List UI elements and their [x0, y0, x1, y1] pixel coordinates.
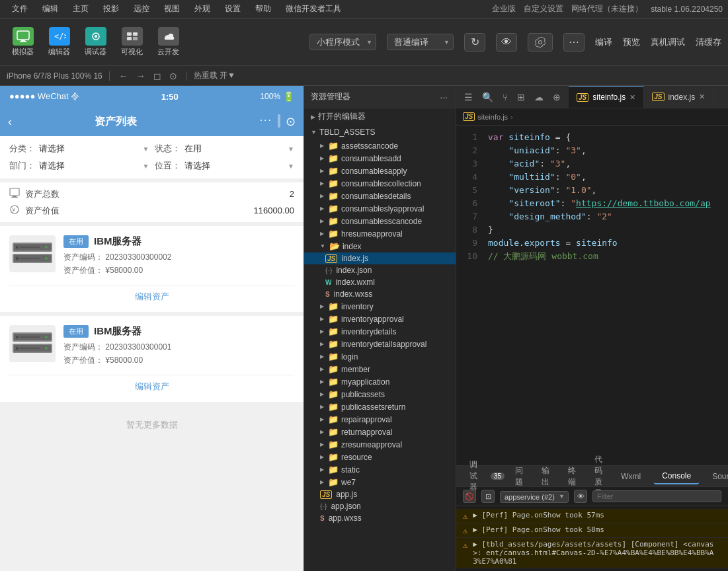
menu-settings[interactable]: 设置: [218, 2, 247, 16]
folder-consumablesadd[interactable]: ▶ 📁 consumablesadd: [304, 152, 456, 165]
compile-mode-wrapper[interactable]: 小程序模式 插件模式: [309, 34, 376, 50]
real-device-debug-label[interactable]: 真机调试: [651, 36, 685, 48]
folder-index[interactable]: ▼ 📂 index: [304, 240, 456, 252]
debug-subtab-wxml[interactable]: Wxml: [613, 469, 649, 484]
folder-consumableslyapproval[interactable]: ▶ 📁 consumableslyapproval: [304, 202, 456, 215]
build-mode-select[interactable]: 普通编译 自定义编译: [387, 34, 454, 50]
menu-edit[interactable]: 编辑: [36, 2, 65, 16]
menu-file[interactable]: 文件: [5, 2, 34, 16]
folder-consumablesapply[interactable]: ▶ 📁 consumablesapply: [304, 165, 456, 177]
clear-cache-label[interactable]: 清缓存: [696, 36, 721, 48]
folder-login[interactable]: ▶ 📁 login: [304, 350, 456, 363]
stop-btn[interactable]: ◻: [151, 69, 164, 83]
folder-assetsscancode[interactable]: ▶ 📁 assetsscancode: [304, 139, 456, 152]
menu-project[interactable]: 投影: [97, 2, 126, 16]
simulator-button[interactable]: 模拟器: [7, 24, 39, 59]
location-filter[interactable]: 位置： 请选择 ▼: [155, 160, 295, 172]
tab-siteinfo-close-button[interactable]: ✕: [629, 93, 635, 102]
more-tools-button[interactable]: ⋯: [563, 33, 585, 52]
menu-appearance[interactable]: 外观: [188, 2, 217, 16]
tab-index-close-button[interactable]: ✕: [699, 93, 705, 101]
console-filter-input[interactable]: [592, 490, 721, 502]
layout-icon[interactable]: ⊞: [514, 91, 528, 104]
folder-static[interactable]: ▶ 📁 static: [304, 463, 456, 476]
folder-hresumeapproval[interactable]: ▶ 📁 hresumeapproval: [304, 227, 456, 240]
console-eye-button[interactable]: 👁: [574, 490, 587, 503]
console-clear-button[interactable]: 🚫: [463, 490, 476, 503]
preview-label[interactable]: 预览: [623, 36, 640, 48]
folder-resource[interactable]: ▶ 📁 resource: [304, 451, 456, 463]
appservice-select-wrapper[interactable]: appservice (#2): [500, 490, 569, 503]
phone-more-button[interactable]: ···: [260, 114, 272, 129]
folder-returnapproval[interactable]: ▶ 📁 returnapproval: [304, 426, 456, 438]
person-icon[interactable]: ⊕: [550, 91, 563, 104]
phone-qr-button[interactable]: ⊙: [286, 114, 296, 129]
asset-1-edit-button[interactable]: 编辑资产: [9, 285, 294, 303]
hot-reload-toggle[interactable]: 热重载 开▼: [194, 70, 235, 81]
console-text-1: ▶ [Perf] Page.onShow took 57ms: [473, 511, 604, 519]
debug-tab-output[interactable]: 输出: [534, 463, 557, 490]
file-app-json[interactable]: {·} app.json: [304, 500, 456, 512]
debug-subtab-sources[interactable]: Sources: [704, 469, 728, 484]
cloud-button[interactable]: 云开发: [152, 24, 184, 59]
record-btn[interactable]: ⊙: [167, 69, 180, 83]
editor-button[interactable]: </> 编辑器: [43, 24, 75, 59]
console-toggle-button[interactable]: ⊡: [481, 490, 495, 503]
code-content[interactable]: var siteinfo = { "uniacid": "3", "acid":…: [483, 126, 728, 465]
build-mode-wrapper[interactable]: 普通编译 自定义编译: [387, 34, 454, 50]
file-index-wxss[interactable]: S index.wxss: [304, 288, 456, 300]
open-editors-section[interactable]: ▶ 打开的编辑器: [304, 108, 456, 125]
file-index-json[interactable]: {·} index.json: [304, 264, 456, 276]
debug-subtab-console[interactable]: Console: [654, 469, 699, 484]
file-index-js[interactable]: JS index.js: [304, 252, 456, 264]
menu-wechat-devtools[interactable]: 微信开发者工具: [279, 2, 348, 16]
folder-publicassetsreturn[interactable]: ▶ 📁 publicassetsreturn: [304, 400, 456, 413]
asset-2-edit-button[interactable]: 编辑资产: [9, 375, 294, 393]
refresh-button[interactable]: ↻: [464, 33, 485, 52]
appservice-select[interactable]: appservice (#2): [500, 491, 569, 503]
root-folder-section[interactable]: ▼ TBLD_ASSETS: [304, 125, 456, 139]
folder-consumablesdetails[interactable]: ▶ 📁 consumablesdetails: [304, 190, 456, 202]
visual-button[interactable]: 可视化: [116, 24, 148, 59]
folder-inventorydetailsapproval[interactable]: ▶ 📁 inventorydetailsapproval: [304, 338, 456, 350]
cloud-editor-icon[interactable]: ☁: [532, 91, 546, 104]
dept-filter[interactable]: 部门： 请选择 ▼: [9, 160, 149, 172]
folder-member[interactable]: ▶ 📁 member: [304, 363, 456, 375]
folder-myapplication[interactable]: ▶ 📁 myapplication: [304, 375, 456, 388]
menu-remote[interactable]: 远控: [127, 2, 156, 16]
nav-back-btn[interactable]: ←: [116, 69, 131, 83]
git-icon[interactable]: ⑂: [500, 91, 510, 104]
compile-mode-select[interactable]: 小程序模式 插件模式: [309, 34, 376, 50]
folder-zresumeapproval[interactable]: ▶ 📁 zresumeapproval: [304, 438, 456, 451]
folder-consumablesscancode[interactable]: ▶ 📁 consumablesscancode: [304, 215, 456, 227]
folder-consumablescollection[interactable]: ▶ 📁 consumablescollection: [304, 177, 456, 190]
explorer-more-button[interactable]: ···: [438, 91, 449, 104]
folder-inventory[interactable]: ▶ 📁 inventory: [304, 300, 456, 313]
preview-icon-button[interactable]: 👁: [496, 33, 517, 52]
file-index-wxml[interactable]: W index.wxml: [304, 276, 456, 288]
folder-inventorydetails[interactable]: ▶ 📁 inventorydetails: [304, 325, 456, 338]
compile-label[interactable]: 编译: [595, 36, 612, 48]
search-editor-icon[interactable]: 🔍: [479, 91, 496, 104]
code-lines-area[interactable]: 1 2 3 4 5 6 7 8 9 10 var siteinfo = { "u…: [456, 126, 728, 465]
file-app-wxss[interactable]: S app.wxss: [304, 512, 456, 524]
folder-we7[interactable]: ▶ 📁 we7: [304, 476, 456, 488]
category-filter[interactable]: 分类： 请选择 ▼: [9, 143, 149, 155]
debug-tab-terminal[interactable]: 终端: [560, 463, 584, 490]
menu-help[interactable]: 帮助: [249, 2, 278, 16]
menu-home[interactable]: 主页: [66, 2, 95, 16]
folder-inventoryapproval[interactable]: ▶ 📁 inventoryapproval: [304, 313, 456, 325]
settings-button[interactable]: [528, 33, 553, 52]
outline-icon[interactable]: ☰: [462, 91, 475, 104]
debug-tab-problems[interactable]: 问题: [507, 463, 531, 490]
more-icon[interactable]: ⋯: [563, 33, 585, 52]
folder-publicassets[interactable]: ▶ 📁 publicassets: [304, 388, 456, 400]
nav-forward-btn[interactable]: →: [134, 69, 148, 83]
status-filter[interactable]: 状态： 在用 ▼: [155, 143, 295, 155]
tab-index-js[interactable]: JS index.js ✕: [644, 86, 713, 108]
tab-siteinfo-js[interactable]: JS siteinfo.js ✕: [569, 86, 644, 108]
file-app-js[interactable]: JS app.js: [304, 488, 456, 500]
folder-repairapproval[interactable]: ▶ 📁 repairapproval: [304, 413, 456, 426]
debugger-button[interactable]: 调试器: [79, 24, 112, 59]
menu-view[interactable]: 视图: [157, 2, 186, 16]
